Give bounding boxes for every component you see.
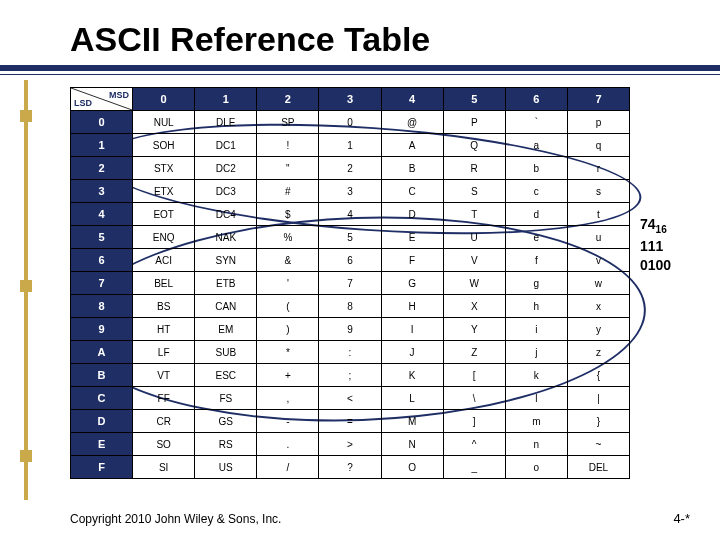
table-cell: FS: [195, 387, 257, 410]
table-cell: SP: [257, 111, 319, 134]
table-cell: SO: [133, 433, 195, 456]
table-cell: {: [567, 364, 629, 387]
table-cell: l: [505, 387, 567, 410]
table-cell: ;: [319, 364, 381, 387]
col-header: 7: [567, 88, 629, 111]
table-cell: ?: [319, 456, 381, 479]
table-row: FSIUS/?O_oDEL: [71, 456, 630, 479]
table-cell: W: [443, 272, 505, 295]
col-header: 3: [319, 88, 381, 111]
table-cell: |: [567, 387, 629, 410]
table-cell: d: [505, 203, 567, 226]
table-cell: X: [443, 295, 505, 318]
row-header: 3: [71, 180, 133, 203]
table-cell: ^: [443, 433, 505, 456]
table-cell: ): [257, 318, 319, 341]
table-cell: 7: [319, 272, 381, 295]
table-row: 2STXDC2"2BRbr: [71, 157, 630, 180]
table-row: DCRGS-=M]m}: [71, 410, 630, 433]
col-header: 0: [133, 88, 195, 111]
row-header: 0: [71, 111, 133, 134]
table-cell: DC3: [195, 180, 257, 203]
page-title: ASCII Reference Table: [70, 20, 690, 59]
table-cell: +: [257, 364, 319, 387]
table-cell: L: [381, 387, 443, 410]
table-cell: 0: [319, 111, 381, 134]
table-cell: F: [381, 249, 443, 272]
note-hex: 7416: [640, 215, 690, 237]
row-header: 5: [71, 226, 133, 249]
table-cell: T: [443, 203, 505, 226]
table-cell: -: [257, 410, 319, 433]
table-cell: `: [505, 111, 567, 134]
table-cell: r: [567, 157, 629, 180]
table-cell: E: [381, 226, 443, 249]
table-cell: 5: [319, 226, 381, 249]
table-cell: DC2: [195, 157, 257, 180]
table-cell: FF: [133, 387, 195, 410]
table-cell: K: [381, 364, 443, 387]
table-cell: ENQ: [133, 226, 195, 249]
table-cell: N: [381, 433, 443, 456]
table-row: 0NULDLESP0@P`p: [71, 111, 630, 134]
row-header: 7: [71, 272, 133, 295]
table-cell: I: [381, 318, 443, 341]
row-header: A: [71, 341, 133, 364]
table-cell: BS: [133, 295, 195, 318]
table-cell: H: [381, 295, 443, 318]
table-cell: Y: [443, 318, 505, 341]
table-cell: SYN: [195, 249, 257, 272]
table-cell: $: [257, 203, 319, 226]
table-cell: LF: [133, 341, 195, 364]
table-cell: U: [443, 226, 505, 249]
table-row: BVTESC+;K[k{: [71, 364, 630, 387]
row-header: D: [71, 410, 133, 433]
table-cell: \: [443, 387, 505, 410]
table-cell: DEL: [567, 456, 629, 479]
table-cell: 3: [319, 180, 381, 203]
table-cell: q: [567, 134, 629, 157]
table-row: ESORS.>N^n~: [71, 433, 630, 456]
table-cell: u: [567, 226, 629, 249]
table-cell: ETX: [133, 180, 195, 203]
table-cell: ,: [257, 387, 319, 410]
table-cell: DC4: [195, 203, 257, 226]
table-cell: y: [567, 318, 629, 341]
table-cell: GS: [195, 410, 257, 433]
ascii-table-wrap: MSD LSD 0 1 2 3 4 5 6 7 0NULDLESP0@P`p1S…: [70, 87, 630, 479]
table-cell: 2: [319, 157, 381, 180]
table-cell: m: [505, 410, 567, 433]
col-header: 2: [257, 88, 319, 111]
table-cell: EM: [195, 318, 257, 341]
table-cell: _: [443, 456, 505, 479]
table-cell: 4: [319, 203, 381, 226]
row-header: 2: [71, 157, 133, 180]
table-cell: 6: [319, 249, 381, 272]
row-header: 4: [71, 203, 133, 226]
col-header: 5: [443, 88, 505, 111]
table-cell: ESC: [195, 364, 257, 387]
table-cell: EOT: [133, 203, 195, 226]
table-cell: f: [505, 249, 567, 272]
table-cell: RS: [195, 433, 257, 456]
table-cell: B: [381, 157, 443, 180]
table-row: ALFSUB*:JZjz: [71, 341, 630, 364]
table-header-row: MSD LSD 0 1 2 3 4 5 6 7: [71, 88, 630, 111]
table-cell: v: [567, 249, 629, 272]
table-cell: @: [381, 111, 443, 134]
table-cell: DLE: [195, 111, 257, 134]
table-cell: ACI: [133, 249, 195, 272]
note-binary: 111 0100: [640, 237, 690, 276]
table-cell: M: [381, 410, 443, 433]
table-cell: A: [381, 134, 443, 157]
title-rule: [70, 65, 690, 79]
table-cell: 9: [319, 318, 381, 341]
table-row: CFFFS,<L\l|: [71, 387, 630, 410]
table-cell: Z: [443, 341, 505, 364]
table-cell: J: [381, 341, 443, 364]
table-cell: >: [319, 433, 381, 456]
table-cell: DC1: [195, 134, 257, 157]
table-cell: ': [257, 272, 319, 295]
table-row: 3ETXDC3#3CScs: [71, 180, 630, 203]
row-header: E: [71, 433, 133, 456]
